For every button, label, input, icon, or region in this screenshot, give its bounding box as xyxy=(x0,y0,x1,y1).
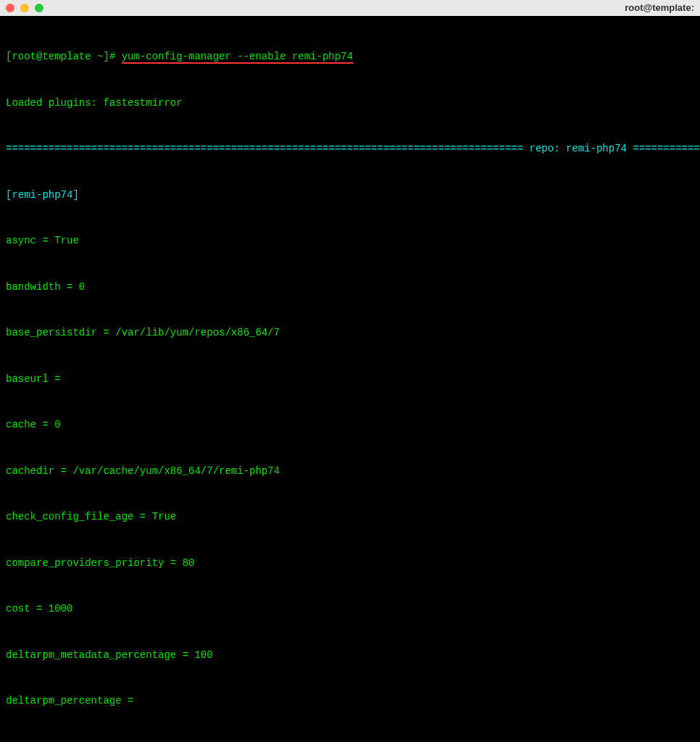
output-line: cachedir = /var/cache/yum/x86_64/7/remi-… xyxy=(6,464,694,480)
command-text: yum-config-manager --enable remi-php74 xyxy=(122,51,353,64)
output-line: cost = 1000 xyxy=(6,601,694,617)
repo-banner-eq: ========================================… xyxy=(6,143,523,154)
output-line: deltarpm_metadata_percentage = 100 xyxy=(6,648,694,664)
section-header: [remi-php74] xyxy=(6,188,694,204)
terminal-output[interactable]: [root@template ~]# yum-config-manager --… xyxy=(0,16,700,742)
repo-banner-label: repo: remi-php74 xyxy=(523,143,633,154)
output-line: Loaded plugins: fastestmirror xyxy=(6,96,694,112)
minimize-window-button[interactable] xyxy=(20,4,29,12)
output-line: bandwidth = 0 xyxy=(6,280,694,296)
repo-banner-eq2: ================== xyxy=(633,143,700,154)
output-line: check_config_file_age = True xyxy=(6,509,694,525)
window-titlebar: root@template: xyxy=(0,0,700,16)
output-line: compare_providers_priority = 80 xyxy=(6,556,694,572)
output-line: deltarpm_percentage = xyxy=(6,693,694,709)
output-line: cache = 0 xyxy=(6,417,694,433)
maximize-window-button[interactable] xyxy=(35,4,43,12)
output-line: base_persistdir = /var/lib/yum/repos/x86… xyxy=(6,325,694,341)
window-title: root@template: xyxy=(625,1,694,15)
close-window-button[interactable] xyxy=(6,4,14,12)
output-line: async = True xyxy=(6,233,694,249)
output-line: baseurl = xyxy=(6,372,694,388)
output-line: enabled = 1 xyxy=(6,740,694,743)
traffic-lights xyxy=(6,4,43,12)
shell-prompt: [root@template ~]# xyxy=(6,51,115,62)
